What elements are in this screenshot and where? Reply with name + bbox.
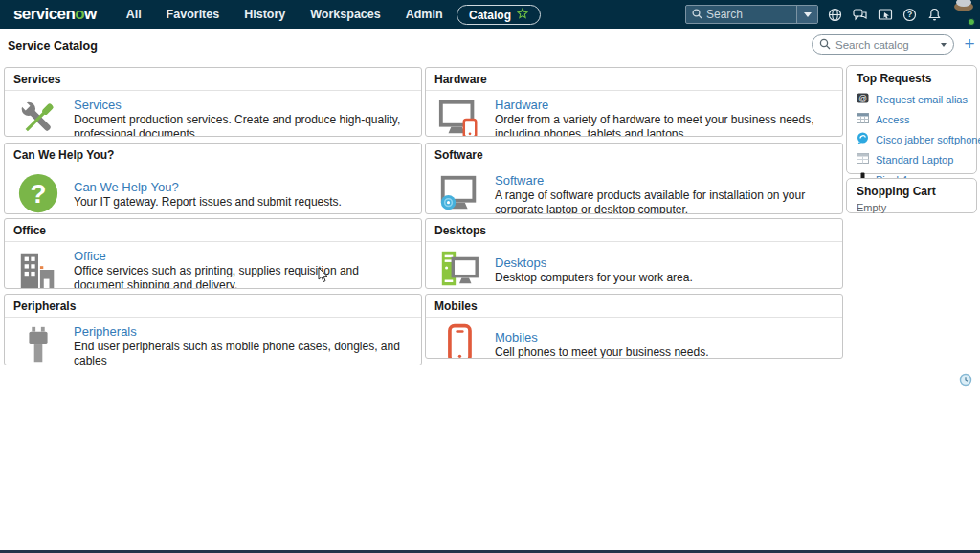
card-title: Can We Help You? <box>5 144 421 166</box>
mobile-phone-icon <box>432 322 487 359</box>
category-description: Order from a variety of hardware to meet… <box>495 113 833 137</box>
category-card-can-we-help: Can We Help You? ? Can We Help You? Your… <box>4 143 422 214</box>
category-link[interactable]: Desktops <box>495 255 546 270</box>
screen-share-icon[interactable] <box>877 7 893 23</box>
chat-icon[interactable] <box>852 7 868 23</box>
building-icon <box>11 248 66 289</box>
category-card-office: Office Office Office services such as pr… <box>4 218 422 289</box>
catalog-search[interactable] <box>812 34 954 55</box>
category-link[interactable]: Office <box>74 249 106 263</box>
category-link[interactable]: Mobiles <box>495 330 538 344</box>
svg-text:?: ? <box>31 179 47 209</box>
servicenow-logo[interactable]: servicenow <box>13 5 97 24</box>
catalog-search-input[interactable] <box>835 39 936 51</box>
table-icon <box>857 111 869 128</box>
card-title: Mobiles <box>426 295 842 318</box>
category-card-services: Services Services Document production se… <box>4 67 422 137</box>
top-requests-panel: Top Requests @ Request email alias Acces… <box>846 65 977 174</box>
card-title: Peripherals <box>5 295 421 318</box>
category-description: A range of software products available f… <box>495 188 833 214</box>
category-card-desktops: Desktops Desktops Desktop computers for … <box>425 218 843 289</box>
card-title: Software <box>426 144 842 166</box>
category-card-mobiles: Mobiles Mobiles Cell phones to meet your… <box>425 294 843 359</box>
laptop-icon <box>857 151 869 168</box>
category-card-peripherals: Peripherals Peripherals End user periphe… <box>4 294 422 365</box>
online-status-dot <box>968 18 975 26</box>
top-request-label: Access <box>876 114 909 125</box>
email-icon: @ <box>857 91 869 108</box>
tools-icon <box>11 97 66 137</box>
chat-bubble-icon <box>857 131 869 148</box>
catalog-tab[interactable]: Catalog <box>457 5 541 25</box>
category-description: Office services such as printing, suppli… <box>74 264 412 289</box>
catalog-tab-label: Catalog <box>469 9 511 22</box>
card-title: Desktops <box>426 219 842 242</box>
global-search[interactable] <box>685 5 818 24</box>
avatar[interactable] <box>953 4 974 25</box>
top-nav: All Favorites History Workspaces Admin <box>114 8 456 21</box>
shopping-cart-panel: Shopping Cart Empty <box>846 178 977 213</box>
top-request-item-standard-laptop[interactable]: Standard Laptop <box>847 149 976 169</box>
logo-green-o: o <box>75 5 84 23</box>
monitor-disc-icon <box>432 172 487 214</box>
top-request-item-access[interactable]: Access <box>847 109 976 129</box>
top-requests-title: Top Requests <box>847 66 976 89</box>
nav-item-admin[interactable]: Admin <box>393 8 456 21</box>
nav-item-all[interactable]: All <box>114 8 154 21</box>
category-description: Document production services. Create and… <box>74 113 412 137</box>
response-time-clock-icon[interactable] <box>959 373 972 387</box>
category-link[interactable]: Software <box>495 173 544 188</box>
category-description: Your IT gateway. Report issues and submi… <box>74 195 412 210</box>
category-link[interactable]: Services <box>74 98 122 112</box>
add-button[interactable]: + <box>961 34 978 54</box>
logo-text-end: w <box>84 5 97 23</box>
search-scope-dropdown[interactable] <box>796 6 817 23</box>
top-request-label: Standard Laptop <box>876 154 953 166</box>
card-title: Services <box>5 68 421 91</box>
star-icon[interactable] <box>517 8 528 22</box>
category-card-hardware: Hardware Hardware Order from a variety o… <box>425 67 843 137</box>
monitor-phone-icon <box>432 97 487 137</box>
chevron-down-icon <box>804 12 812 17</box>
globe-icon[interactable] <box>827 7 843 23</box>
desktop-tower-icon <box>432 247 487 289</box>
search-icon <box>819 36 831 54</box>
top-request-item-email-alias[interactable]: @ Request email alias <box>847 89 976 109</box>
search-input[interactable] <box>706 8 796 21</box>
svg-text:?: ? <box>907 10 912 19</box>
card-title: Office <box>5 219 421 242</box>
category-link[interactable]: Peripherals <box>74 324 137 339</box>
nav-item-favorites[interactable]: Favorites <box>154 8 233 21</box>
usb-dongle-icon <box>11 323 66 365</box>
search-icon <box>692 6 702 23</box>
category-description: End user peripherals such as mobile phon… <box>74 340 412 365</box>
shopping-cart-title: Shopping Cart <box>847 179 976 202</box>
help-icon[interactable]: ? <box>902 7 918 23</box>
top-request-label: Cisco jabber softphone <box>876 134 980 145</box>
category-link[interactable]: Can We Help You? <box>74 180 179 194</box>
category-description: Cell phones to meet your business needs. <box>495 345 833 360</box>
bell-icon[interactable] <box>926 7 943 23</box>
page-title: Service Catalog <box>8 39 98 53</box>
top-request-label: Request email alias <box>876 94 968 105</box>
shopping-cart-status: Empty <box>847 202 976 219</box>
nav-item-workspaces[interactable]: Workspaces <box>298 8 392 21</box>
svg-text:@: @ <box>858 93 867 102</box>
category-link[interactable]: Hardware <box>495 98 548 112</box>
nav-item-history[interactable]: History <box>232 8 298 21</box>
top-header: servicenow All Favorites History Workspa… <box>0 0 980 29</box>
top-request-item-cisco-jabber[interactable]: Cisco jabber softphone <box>847 129 976 149</box>
question-circle-icon: ? <box>11 171 66 214</box>
logo-text: servicen <box>13 5 75 23</box>
card-title: Hardware <box>426 68 842 91</box>
category-card-software: Software Software A range of software pr… <box>425 143 843 214</box>
category-description: Desktop computers for your work area. <box>495 271 833 285</box>
chevron-down-icon[interactable] <box>941 43 947 47</box>
header-right-cluster: ? <box>685 0 980 29</box>
